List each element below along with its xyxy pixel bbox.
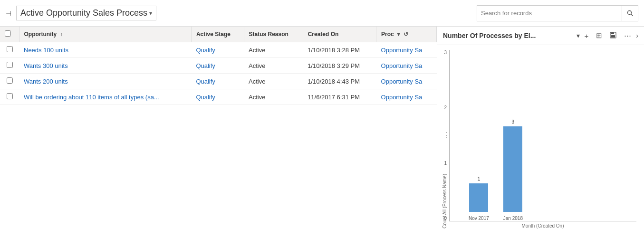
opportunity-link[interactable]: Wants 300 units <box>24 62 68 69</box>
created-on-cell: 1/10/2018 4:43 PM <box>303 74 376 89</box>
created-on-cell: 1/10/2018 3:29 PM <box>303 58 376 74</box>
active-stage-cell: Qualify <box>191 89 244 105</box>
search-container <box>477 5 638 21</box>
active-stage-link[interactable]: Qualify <box>196 78 215 85</box>
title-container: Active Opportunity Sales Process ▾ <box>16 6 156 20</box>
y-tick-0: 0 <box>435 216 447 221</box>
created-on-cell: 1/10/2018 3:28 PM <box>303 42 376 58</box>
chart-inner: ⋮ 0 1 2 3 1 Nov 2017 3 Jan 2018 Month <box>449 50 636 228</box>
opportunity-cell: Wants 300 units <box>19 58 191 74</box>
status-reason-header: Status Reason <box>244 27 303 42</box>
chart-save-button[interactable] <box>608 31 618 41</box>
title-dropdown-icon[interactable]: ▾ <box>149 10 152 17</box>
process-link[interactable]: Opportunity Sa <box>381 78 423 85</box>
opportunity-link[interactable]: Wants 200 units <box>24 78 68 85</box>
opportunity-cell: Will be ordering about 110 items of all … <box>19 89 191 105</box>
row-checkbox-cell <box>0 89 19 105</box>
active-stage-link[interactable]: Qualify <box>196 94 215 101</box>
bar-value: 3 <box>512 119 515 124</box>
active-stage-cell: Qualify <box>191 74 244 89</box>
table-row: Wants 300 units Qualify Active 1/10/2018… <box>0 58 437 74</box>
process-cell: Opportunity Sa <box>376 42 437 58</box>
chart-title-dropdown[interactable]: ▾ <box>577 32 580 39</box>
bar-rect <box>503 126 522 212</box>
y-tick-2: 2 <box>435 105 447 110</box>
opportunity-link[interactable]: Will be ordering about 110 items of all … <box>24 94 159 101</box>
main-content: Opportunity ↑ Active Stage Status Reason… <box>0 27 644 238</box>
chart-add-button[interactable]: + <box>583 31 591 41</box>
process-link[interactable]: Opportunity Sa <box>381 47 423 54</box>
process-cell: Opportunity Sa <box>376 89 437 105</box>
y-ticks: 0 1 2 3 <box>435 50 447 221</box>
chart-layout-button[interactable]: ⊞ <box>594 30 604 41</box>
table-row: Needs 100 units Qualify Active 1/10/2018… <box>0 42 437 58</box>
chart-section: Number Of Processes by El... ▾ + ⊞ ⋯ › C… <box>437 27 644 238</box>
process-link[interactable]: Opportunity Sa <box>381 94 423 101</box>
process-link[interactable]: Opportunity Sa <box>381 62 423 69</box>
status-reason-cell: Active <box>244 74 303 89</box>
chart-title: Number Of Processes by El... <box>443 32 574 39</box>
svg-rect-4 <box>611 35 615 38</box>
bars-group: 1 Nov 2017 3 Jan 2018 <box>459 126 523 221</box>
svg-rect-3 <box>611 32 614 34</box>
opportunity-header: Opportunity ↑ <box>19 27 191 42</box>
y-tick-1: 1 <box>435 161 447 166</box>
select-all-checkbox[interactable] <box>5 30 11 37</box>
checkbox-header <box>0 27 19 42</box>
row-checkbox[interactable] <box>7 62 13 68</box>
header-bar: ⊣ Active Opportunity Sales Process ▾ <box>0 0 644 27</box>
filter-icon[interactable]: ▼ <box>396 31 402 38</box>
process-cell: Opportunity Sa <box>376 58 437 74</box>
data-table: Opportunity ↑ Active Stage Status Reason… <box>0 27 437 105</box>
row-checkbox[interactable] <box>7 93 13 99</box>
row-checkbox-cell <box>0 58 19 74</box>
table-row: Wants 200 units Qualify Active 1/10/2018… <box>0 74 437 89</box>
chart-more-button[interactable]: ⋯ <box>622 30 633 41</box>
list-section: Opportunity ↑ Active Stage Status Reason… <box>0 27 437 238</box>
svg-line-1 <box>631 14 633 16</box>
bar-rect <box>469 183 488 212</box>
row-checkbox-cell <box>0 74 19 89</box>
pin-icon: ⊣ <box>6 10 11 17</box>
bar-value: 1 <box>478 176 481 181</box>
active-stage-header: Active Stage <box>191 27 244 42</box>
bar-item: 3 Jan 2018 <box>503 119 523 221</box>
status-reason-cell: Active <box>244 89 303 105</box>
bar-label: Jan 2018 <box>503 216 523 221</box>
table-header-row: Opportunity ↑ Active Stage Status Reason… <box>0 27 437 42</box>
process-label: Proc <box>381 31 394 38</box>
row-checkbox[interactable] <box>7 46 13 52</box>
status-reason-cell: Active <box>244 58 303 74</box>
opportunity-cell: Needs 100 units <box>19 42 191 58</box>
chart-header: Number Of Processes by El... ▾ + ⊞ ⋯ › <box>437 27 644 45</box>
created-on-cell: 11/6/2017 6:31 PM <box>303 89 376 105</box>
y-tick-3: 3 <box>435 50 447 55</box>
x-axis-label: Month (Created On) <box>449 223 636 228</box>
table-body: Needs 100 units Qualify Active 1/10/2018… <box>0 42 437 105</box>
active-stage-link[interactable]: Qualify <box>196 47 215 54</box>
active-stage-link[interactable]: Qualify <box>196 62 215 69</box>
row-checkbox-cell <box>0 42 19 58</box>
chart-expand-button[interactable]: › <box>636 32 638 39</box>
svg-point-0 <box>627 10 631 14</box>
page-title: Active Opportunity Sales Process <box>20 8 147 18</box>
opportunity-cell: Wants 200 units <box>19 74 191 89</box>
bar-item: 1 Nov 2017 <box>469 176 489 221</box>
chart-plot: ⋮ 0 1 2 3 1 Nov 2017 3 Jan 2018 <box>449 50 636 221</box>
active-stage-cell: Qualify <box>191 58 244 74</box>
search-icon <box>627 10 634 17</box>
chart-area: Count All (Process Name) ⋮ 0 1 2 3 1 <box>437 45 644 238</box>
save-icon <box>610 32 616 38</box>
search-input[interactable] <box>477 10 622 17</box>
opportunity-link[interactable]: Needs 100 units <box>24 47 68 54</box>
created-on-header: Created On <box>303 27 376 42</box>
bar-label: Nov 2017 <box>469 216 489 221</box>
status-reason-cell: Active <box>244 42 303 58</box>
sort-icon[interactable]: ↑ <box>60 32 63 37</box>
active-stage-cell: Qualify <box>191 42 244 58</box>
search-button[interactable] <box>622 5 638 21</box>
process-header: Proc ▼ ↺ <box>376 27 437 42</box>
refresh-icon[interactable]: ↺ <box>404 31 408 38</box>
table-row: Will be ordering about 110 items of all … <box>0 89 437 105</box>
row-checkbox[interactable] <box>7 77 13 84</box>
